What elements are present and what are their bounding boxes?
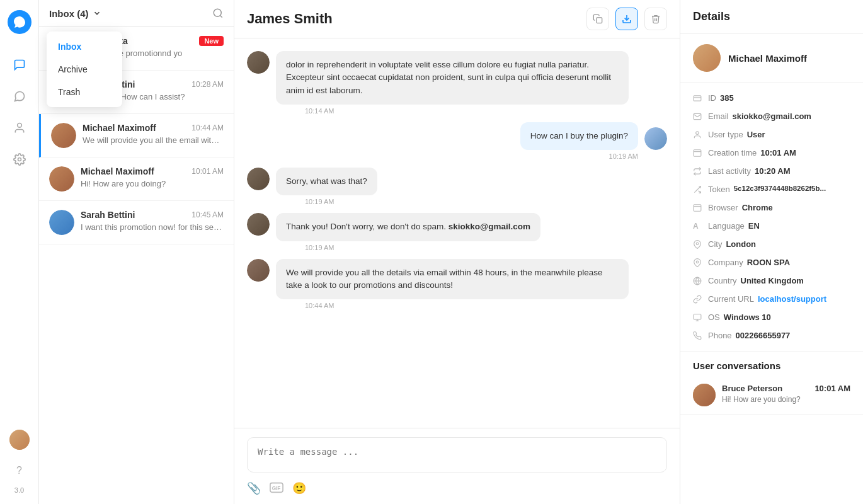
details-field-activity: Last activity 10:20 AM [693, 162, 850, 180]
user-conv-body: Bruce Peterson 10:01 AM Hi! How are you … [722, 384, 850, 404]
chat-header: James Smith [234, 0, 680, 38]
avatar [49, 166, 74, 192]
user-conv-preview: Hi! How are you doing? [722, 395, 850, 404]
field-label: OS [708, 312, 720, 322]
nav-comments-icon[interactable] [8, 84, 31, 108]
svg-text:GIF: GIF [272, 486, 281, 491]
user-conv-time: 10:01 AM [814, 384, 850, 393]
svg-point-0 [17, 123, 21, 128]
id-icon [693, 94, 704, 103]
message-time: 10:14 AM [276, 107, 629, 115]
conversation-item[interactable]: Michael Maximoff 10:01 AM Hi! How are yo… [39, 158, 234, 201]
delete-button[interactable] [644, 8, 667, 30]
message-bubble: We will provide you all the details via … [276, 259, 629, 300]
city-icon [693, 240, 704, 249]
svg-rect-4 [597, 18, 602, 23]
conv-time: 10:01 AM [191, 167, 224, 176]
field-label: User type [708, 130, 743, 139]
details-field-phone: Phone 002266655977 [693, 326, 850, 345]
nav-help-icon[interactable]: ? [8, 459, 31, 483]
conversation-item[interactable]: Michael Maximoff 10:44 AM We will provid… [39, 114, 234, 158]
svg-point-2 [214, 9, 221, 16]
inbox-search-button[interactable] [212, 8, 224, 19]
conversation-item[interactable]: Sarah Bettini 10:45 AM I want this promo… [39, 201, 234, 244]
conv-preview: Hi! How are you doing? [81, 179, 224, 188]
copy-button[interactable] [586, 8, 609, 30]
svg-line-3 [220, 15, 222, 17]
inbox-dropdown-menu: Inbox Archive Trash [47, 32, 122, 107]
field-value: 10:01 AM [760, 148, 796, 158]
message-bubble: dolor in reprehenderit in voluptate veli… [276, 51, 629, 105]
download-button[interactable] [615, 8, 638, 30]
message-bubble: How can I buy the plugin? [520, 122, 638, 150]
user-conv-name: Bruce Peterson [722, 384, 782, 393]
app-version: 3.0 [14, 486, 24, 494]
dropdown-item-inbox[interactable]: Inbox [47, 35, 122, 58]
message-time: 10:19 AM [609, 152, 667, 160]
conv-preview: I want this promotion now! for this secr… [81, 222, 224, 232]
avatar [51, 123, 76, 148]
details-field-language: A Language EN [693, 217, 850, 235]
details-field-id: ID 385 [693, 89, 850, 107]
details-fields: ID 385 Email skiokko@gmail.com User type… [680, 83, 863, 351]
details-field-city: City London [693, 235, 850, 253]
message-time: 10:19 AM [276, 198, 377, 205]
nav-chat-icon[interactable] [8, 53, 31, 77]
chat-input-actions: 📎 GIF 🙂 [247, 475, 667, 495]
field-value: skiokko@gmail.com [733, 112, 811, 121]
field-value: 10:20 AM [755, 166, 791, 176]
conv-body: Michael Maximoff 10:44 AM We will provid… [83, 123, 224, 145]
svg-point-1 [18, 158, 21, 161]
os-icon [693, 313, 704, 322]
inbox-header: Inbox (4) [39, 0, 234, 27]
details-user-avatar [693, 44, 721, 72]
field-label: Creation time [708, 148, 757, 158]
message-avatar [247, 168, 270, 190]
message-avatar [644, 127, 667, 150]
message-avatar [247, 259, 270, 282]
details-field-url: Current URL localhost/support [693, 290, 850, 308]
user-conversation-item[interactable]: Bruce Peterson 10:01 AM Hi! How are you … [680, 376, 863, 415]
phone-icon [693, 331, 704, 340]
user-conversations-title: User conversations [680, 351, 863, 376]
dropdown-item-trash[interactable]: Trash [47, 81, 122, 103]
field-label: Company [708, 258, 743, 267]
dropdown-item-archive[interactable]: Archive [47, 58, 122, 81]
details-field-usertype: User type User [693, 125, 850, 144]
conv-time: 10:28 AM [191, 80, 224, 89]
app-logo [8, 10, 31, 34]
nav-users-icon[interactable] [8, 116, 31, 140]
email-icon [693, 112, 704, 121]
url-icon [693, 295, 704, 304]
field-value: United Kingdom [741, 276, 804, 285]
gif-icon[interactable]: GIF [270, 481, 283, 495]
conv-time: 10:45 AM [191, 210, 224, 219]
message-item: Thank you! Don't worry, we don't do spam… [247, 213, 667, 251]
inbox-title-dropdown[interactable]: Inbox (4) [49, 8, 101, 19]
field-value: User [747, 130, 765, 139]
message-avatar [247, 51, 270, 74]
svg-point-17 [696, 243, 699, 245]
chat-area: James Smith [234, 0, 680, 504]
message-time: 10:44 AM [276, 302, 629, 309]
field-label: ID [708, 93, 716, 103]
nav-user-avatar[interactable] [9, 430, 30, 450]
details-title: Details [680, 0, 863, 34]
nav-settings-icon[interactable] [8, 147, 31, 171]
emoji-icon[interactable]: 🙂 [292, 481, 306, 495]
user-conv-avatar [693, 384, 716, 406]
details-field-browser: Browser Chrome [693, 198, 850, 217]
field-label: Language [708, 221, 745, 231]
inbox-panel: Inbox (4) Inbox Archive Trash Luisa Satt… [39, 0, 234, 504]
message-item: dolor in reprehenderit in voluptate veli… [247, 51, 667, 115]
attachment-icon[interactable]: 📎 [247, 481, 261, 495]
conv-time: 10:44 AM [191, 123, 224, 132]
message-input[interactable] [247, 437, 667, 472]
usertype-icon [693, 130, 704, 139]
browser-icon [693, 203, 704, 212]
field-label: Token [708, 185, 730, 194]
details-field-country: Country United Kingdom [693, 272, 850, 290]
conv-preview: We will provide you all the email within… [83, 135, 224, 145]
activity-icon [693, 167, 704, 176]
conv-badge: New [199, 36, 224, 46]
